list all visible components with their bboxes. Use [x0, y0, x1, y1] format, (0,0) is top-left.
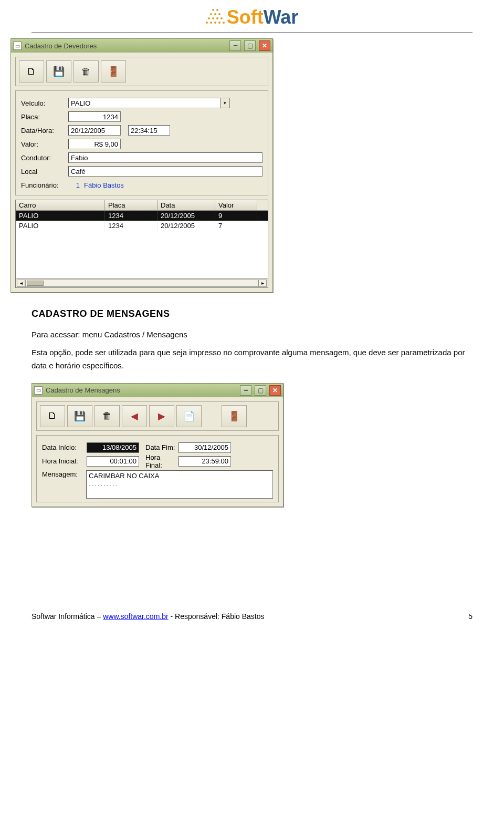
data-inicio-input[interactable]: 13/08/2005	[87, 442, 139, 453]
condutor-label: Condutor:	[21, 154, 68, 162]
form-icon: ▭	[34, 386, 43, 395]
scroll-track[interactable]	[25, 280, 258, 287]
grid-header: Carro Placa Data Valor	[16, 200, 268, 211]
form-icon: ▭	[13, 42, 22, 50]
section-cadastro-mensagens: CADASTRO DE MENSAGENS Para acessar: menu…	[32, 308, 472, 373]
hora-inicial-label: Hora Inicial:	[42, 457, 87, 465]
window-title: Cadastro de Mensagens	[46, 386, 237, 394]
col-placa[interactable]: Placa	[105, 200, 158, 210]
doc-footer: Softwar Informática – www.softwar.com.br…	[32, 612, 472, 621]
delete-button[interactable]: 🗑	[94, 405, 120, 427]
scroll-right-icon[interactable]: ▸	[258, 280, 267, 287]
cursor-dots: ..........	[89, 480, 270, 488]
maximize-button[interactable]: ▢	[244, 40, 256, 51]
local-label: Local	[21, 168, 68, 176]
document-icon: 📄	[183, 410, 195, 422]
delete-button[interactable]: 🗑	[74, 60, 99, 82]
grid-empty-area	[16, 231, 268, 278]
section-line-2: Esta opção, pode ser utilizada para que …	[32, 346, 472, 373]
maximize-button[interactable]: ▢	[255, 385, 266, 396]
section-title: CADASTRO DE MENSAGENS	[32, 308, 472, 319]
data-fim-label: Data Fim:	[139, 443, 178, 451]
window-title: Cadastro de Devedores	[25, 42, 226, 50]
col-carro[interactable]: Carro	[16, 200, 105, 210]
titlebar[interactable]: ▭ Cadastro de Mensagens ━ ▢ ✕	[32, 384, 283, 397]
data-fim-input[interactable]: 30/12/2005	[178, 442, 231, 453]
scroll-thumb[interactable]	[27, 281, 44, 286]
table-row[interactable]: PALIO 1234 20/12/2005 7	[16, 221, 268, 231]
window-cadastro-mensagens: ▭ Cadastro de Mensagens ━ ▢ ✕ 🗋 💾 🗑 ◀ ▶ …	[32, 383, 284, 507]
hora-final-input[interactable]: 23:59:00	[178, 456, 231, 467]
valor-input[interactable]: R$ 9,00	[68, 139, 121, 149]
mensagem-label: Mensagem:	[42, 470, 86, 478]
save-icon: 💾	[53, 66, 65, 77]
devedores-grid[interactable]: Carro Placa Data Valor PALIO 1234 20/12/…	[15, 200, 268, 288]
trash-icon: 🗑	[102, 410, 112, 421]
hora-final-label: Hora Final:	[139, 453, 178, 469]
new-button[interactable]: 🗋	[40, 405, 65, 427]
local-input[interactable]: Café	[68, 166, 262, 177]
door-exit-icon: 🚪	[108, 66, 119, 77]
form-body: Veículo: PALIO ▾ Placa: 1234 Data/Hora: …	[15, 90, 268, 195]
funcionario-label: Funcionário:	[21, 181, 68, 189]
footer-text: Softwar Informática – www.softwar.com.br…	[32, 612, 265, 621]
hora-input[interactable]: 22:34:15	[128, 125, 170, 136]
veiculo-input[interactable]: PALIO	[68, 98, 220, 108]
chevron-left-icon: ◀	[131, 410, 138, 422]
doc-header: SoftWar	[32, 0, 472, 33]
new-button[interactable]: 🗋	[19, 60, 44, 82]
save-button[interactable]: 💾	[46, 60, 71, 82]
funcionario-nome: Fábio Bastos	[84, 181, 124, 189]
door-exit-icon: 🚪	[228, 410, 240, 422]
page-number: 5	[468, 612, 472, 621]
condutor-input[interactable]: Fabio	[68, 152, 262, 163]
file-icon: 🗋	[27, 66, 36, 77]
scroll-left-icon[interactable]: ◂	[17, 280, 25, 287]
section-line-1: Para acessar: menu Cadastros / Mensagens	[32, 328, 472, 342]
datahora-label: Data/Hora:	[21, 127, 68, 135]
close-button[interactable]: ✕	[269, 385, 281, 396]
report-button[interactable]: 📄	[176, 405, 202, 427]
logo: SoftWar	[206, 6, 299, 28]
col-data[interactable]: Data	[158, 200, 215, 210]
chevron-down-icon[interactable]: ▾	[220, 98, 230, 108]
titlebar[interactable]: ▭ Cadastro de Devedores ━ ▢ ✕	[11, 39, 272, 53]
exit-button[interactable]: 🚪	[101, 60, 126, 82]
placa-input[interactable]: 1234	[68, 111, 121, 122]
placa-label: Placa:	[21, 113, 68, 121]
mensagem-textarea[interactable]: CARIMBAR NO CAIXA ..........	[86, 470, 273, 499]
logo-text: SoftWar	[227, 6, 299, 28]
toolbar: 🗋 💾 🗑 🚪	[15, 57, 268, 86]
trash-icon: 🗑	[81, 66, 91, 77]
data-input[interactable]: 20/12/2005	[68, 125, 121, 136]
save-button[interactable]: 💾	[67, 405, 92, 427]
logo-dots-icon	[206, 8, 225, 27]
save-icon: 💾	[74, 410, 86, 422]
table-row[interactable]: PALIO 1234 20/12/2005 9	[16, 211, 268, 221]
footer-link[interactable]: www.softwar.com.br	[103, 612, 168, 621]
window-cadastro-devedores: ▭ Cadastro de Devedores ━ ▢ ✕ 🗋 💾 🗑 🚪 Ve…	[10, 38, 273, 293]
chevron-right-icon: ▶	[158, 410, 165, 422]
minimize-button[interactable]: ━	[240, 385, 251, 396]
exit-button[interactable]: 🚪	[222, 405, 247, 427]
veiculo-label: Veículo:	[21, 99, 68, 107]
file-icon: 🗋	[48, 410, 57, 421]
col-valor[interactable]: Valor	[215, 200, 257, 210]
hora-inicial-input[interactable]: 00:01:00	[87, 456, 139, 467]
minimize-button[interactable]: ━	[229, 40, 241, 51]
logo-soft: Soft	[227, 6, 264, 28]
toolbar: 🗋 💾 🗑 ◀ ▶ 📄 🚪	[36, 401, 279, 431]
prev-button[interactable]: ◀	[122, 405, 147, 427]
logo-war: War	[264, 6, 299, 28]
grid-scrollbar[interactable]: ◂ ▸	[16, 278, 268, 287]
veiculo-combo[interactable]: PALIO ▾	[68, 98, 230, 108]
close-button[interactable]: ✕	[259, 40, 270, 51]
form-body: Data Início: 13/08/2005 Data Fim: 30/12/…	[36, 435, 279, 502]
data-inicio-label: Data Início:	[42, 443, 87, 451]
next-button[interactable]: ▶	[149, 405, 174, 427]
valor-label: Valor:	[21, 140, 68, 148]
funcionario-id: 1	[68, 181, 84, 189]
